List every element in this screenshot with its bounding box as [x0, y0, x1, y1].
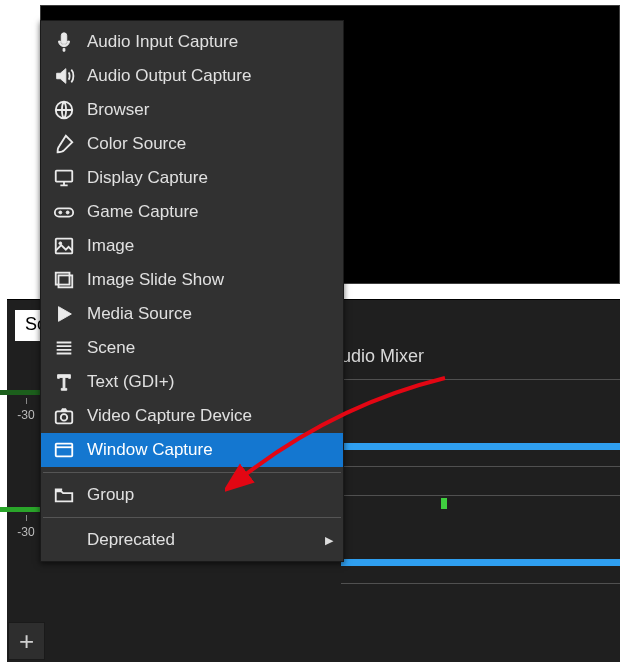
window-icon — [51, 437, 77, 463]
monitor-icon — [51, 165, 77, 191]
menu-item-label: Group — [87, 485, 333, 505]
menu-item-color-source[interactable]: Color Source — [41, 127, 343, 161]
menu-item-label: Image Slide Show — [87, 270, 333, 290]
menu-item-label: Browser — [87, 100, 333, 120]
folder-icon — [51, 482, 77, 508]
submenu-arrow-icon: ▶ — [325, 534, 333, 547]
menu-item-window-capture[interactable]: Window Capture — [41, 433, 343, 467]
menu-item-label: Image — [87, 236, 333, 256]
menu-item-label: Audio Output Capture — [87, 66, 333, 86]
menu-item-label: Window Capture — [87, 440, 333, 460]
menu-item-display-capture[interactable]: Display Capture — [41, 161, 343, 195]
menu-item-image[interactable]: Image — [41, 229, 343, 263]
menu-item-game-capture[interactable]: Game Capture — [41, 195, 343, 229]
menu-item-text-gdi[interactable]: Text (GDI+) — [41, 365, 343, 399]
image-icon — [51, 233, 77, 259]
brush-icon — [51, 131, 77, 157]
menu-item-audio-output-capture[interactable]: Audio Output Capture — [41, 59, 343, 93]
mixer-divider — [341, 379, 620, 380]
mixer-divider — [341, 495, 620, 496]
menu-item-deprecated[interactable]: Deprecated ▶ — [41, 523, 343, 557]
menu-item-scene[interactable]: Scene — [41, 331, 343, 365]
menu-item-label: Deprecated — [87, 530, 325, 550]
menu-item-label: Media Source — [87, 304, 333, 324]
menu-item-media-source[interactable]: Media Source — [41, 297, 343, 331]
blank-icon — [51, 527, 77, 553]
menu-item-label: Color Source — [87, 134, 333, 154]
menu-item-browser[interactable]: Browser — [41, 93, 343, 127]
volume-slider-1[interactable] — [341, 443, 620, 450]
menu-item-label: Scene — [87, 338, 333, 358]
add-source-menu: Audio Input CaptureAudio Output CaptureB… — [40, 20, 344, 562]
globe-icon — [51, 97, 77, 123]
menu-item-video-capture-device[interactable]: Video Capture Device — [41, 399, 343, 433]
plus-icon: + — [19, 626, 34, 657]
menu-item-label: Video Capture Device — [87, 406, 333, 426]
menu-item-image-slide-show[interactable]: Image Slide Show — [41, 263, 343, 297]
add-source-button[interactable]: + — [8, 622, 45, 660]
app-stage: So udio Mixer -30 -25 -20 -15 -30 -25 -2… — [0, 0, 620, 662]
text-icon — [51, 369, 77, 395]
menu-item-group[interactable]: Group — [41, 478, 343, 512]
menu-item-label: Game Capture — [87, 202, 333, 222]
scene-icon — [51, 335, 77, 361]
mixer-divider — [341, 583, 620, 584]
mixer-divider — [341, 466, 620, 467]
menu-separator — [43, 517, 341, 518]
menu-separator — [43, 472, 341, 473]
play-icon — [51, 301, 77, 327]
gamepad-icon — [51, 199, 77, 225]
menu-item-label: Audio Input Capture — [87, 32, 333, 52]
audio-mixer-title: udio Mixer — [341, 346, 424, 367]
slides-icon — [51, 267, 77, 293]
speaker-icon — [51, 63, 77, 89]
mic-icon — [51, 29, 77, 55]
meter-peak-indicator — [441, 498, 447, 509]
menu-item-audio-input-capture[interactable]: Audio Input Capture — [41, 25, 343, 59]
menu-item-label: Display Capture — [87, 168, 333, 188]
menu-item-label: Text (GDI+) — [87, 372, 333, 392]
camera-icon — [51, 403, 77, 429]
volume-slider-2[interactable] — [341, 559, 620, 566]
